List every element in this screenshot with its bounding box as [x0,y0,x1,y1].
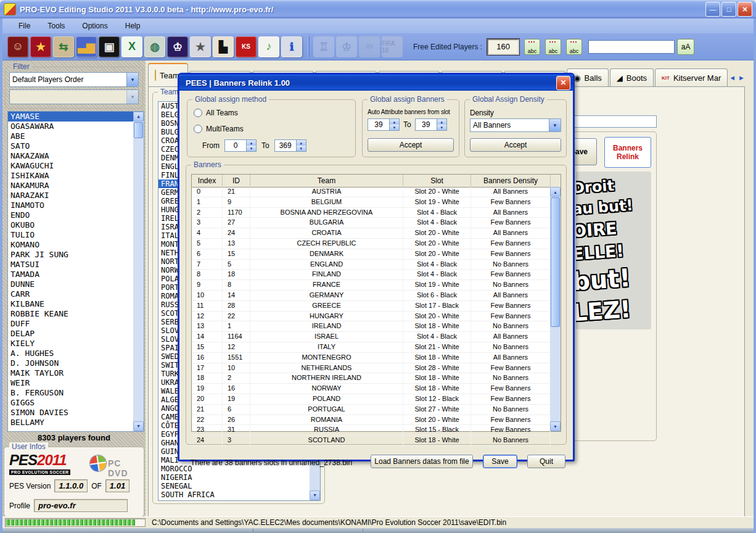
player-item[interactable]: KILBANE [8,299,144,309]
database-info-icon[interactable]: ℹ [281,36,302,57]
tab-kitserver-mar[interactable]: KITKitserver Mar [655,68,728,86]
slot-from-spinner[interactable]: 39 ▲▼ [368,118,400,131]
banner-row[interactable]: 2019POLANDSlot 12 - BlackFew Banners [192,394,551,405]
scroll-up-icon[interactable]: ▲ [550,187,561,197]
column-header[interactable]: Banners Density [471,175,551,187]
tab-scroll-right-icon[interactable]: ► [738,74,745,81]
load-banners-button[interactable]: Load Banners datas from file [371,455,473,468]
scrollbar-thumb[interactable] [551,197,560,327]
banner-row[interactable]: 161551MONTENEGROSlot 18 - WhiteAll Banne… [192,353,551,363]
banner-row[interactable]: 2331RUSSIASlot 15 - BlackFew Banners [192,425,551,436]
arsenal-crest-icon[interactable]: ★ [30,36,51,57]
spin-down-icon[interactable]: ▼ [390,125,399,130]
banner-row[interactable]: 141164ISRAELSlot 4 - BlackAll Banners [192,332,551,342]
from-spinner[interactable]: 0 ▲▼ [224,139,257,152]
spellcheck-abc-button-3[interactable]: abc [566,39,582,55]
team-item[interactable]: NIGERIA [158,473,320,482]
spin-up-icon[interactable]: ▲ [437,119,446,125]
team-item[interactable]: SOUTH AFRICA [158,490,320,499]
spin-up-icon[interactable]: ▲ [390,119,399,125]
spin-down-icon[interactable]: ▼ [297,146,306,151]
banner-row[interactable]: 513CZECH REPUBLICSlot 20 - WhiteFew Bann… [192,239,551,249]
dialog-quit-button[interactable]: Quit [527,455,565,468]
champions-ball-icon[interactable]: ★ [190,36,211,57]
player-item[interactable]: INAMOTO [8,200,144,210]
close-button[interactable]: ✕ [738,2,752,17]
banner-row[interactable]: 98FRANCESlot 19 - WhiteNo Banners [192,280,551,291]
stats-chart-icon[interactable]: ▃▆ [76,36,97,57]
player-item[interactable]: TAMADA [8,270,144,279]
spellcheck-abc-button-1[interactable]: abc [524,39,540,55]
player-item[interactable]: B. FERGUSON [8,388,144,398]
minimize-button[interactable]: — [705,2,720,17]
banner-row[interactable]: 327BULGARIASlot 4 - BlackFew Banners [192,218,551,228]
column-header[interactable]: Index [192,175,223,187]
music-note-icon[interactable]: ♪ [258,36,279,57]
player-item[interactable]: SATO [8,141,144,151]
of-version-value[interactable]: 1.01 [105,479,129,492]
excel-icon[interactable]: X [121,36,142,57]
all-teams-radio[interactable] [194,109,202,117]
banner-row[interactable]: 21170BOSNIA AND HERZEGOVINASlot 4 - Blac… [192,208,551,218]
banners-relink-button[interactable]: Banners Relink [604,137,651,168]
dialog-save-button[interactable]: Save [483,455,517,468]
player-item[interactable]: DUFF [8,319,144,329]
player-item[interactable]: NAKAZAWA [8,151,144,161]
player-order-select[interactable]: Default Players Order ▼ [9,72,139,87]
banner-row[interactable]: 216PORTUGALSlot 27 - WhiteNo Banners [192,405,551,415]
banner-row[interactable]: 615DENMARKSlot 20 - WhiteFew Banners [192,249,551,260]
spin-up-icon[interactable]: ▲ [297,140,306,146]
kitserver-icon[interactable]: KS [236,36,257,57]
menu-help[interactable]: Help [118,20,148,31]
player-item[interactable]: TULIO [8,230,144,240]
menu-options[interactable]: Options [75,20,115,31]
column-header[interactable]: ID [223,175,250,187]
banner-row[interactable]: 2226ROMANIASlot 20 - WhiteFew Banners [192,415,551,426]
multi-teams-radio[interactable] [194,125,202,133]
spin-down-icon[interactable]: ▼ [437,125,446,130]
menu-file[interactable]: File [11,20,38,31]
player-item[interactable]: KAWAGUCHI [8,161,144,171]
player-item[interactable]: KIELY [8,339,144,349]
column-header[interactable]: Slot [403,175,471,187]
player-item[interactable]: ISHIKAWA [8,171,144,181]
boot-icon[interactable]: ▙ [213,36,234,57]
scroll-down-icon[interactable]: ▼ [133,421,144,431]
spellcheck-abc-button-2[interactable]: abc [545,39,561,55]
pes-version-value[interactable]: 1.1.0.0 [54,479,88,492]
density-select[interactable]: All Banners ▼ [470,118,561,132]
banner-row[interactable]: 131IRELANDSlot 18 - WhiteNo Banners [192,321,551,332]
player-item[interactable]: MATSUI [8,260,144,270]
to-value[interactable]: 369 [275,140,296,151]
table-scrollbar[interactable]: ▲ ▼ [550,187,561,431]
player-item[interactable]: DUNNE [8,279,144,289]
density-accept-button[interactable]: Accept [470,138,561,152]
player-item[interactable]: YAMASE [8,112,144,122]
banner-row[interactable]: 1222HUNGARYSlot 20 - WhiteFew Banners [192,312,551,322]
banner-row[interactable]: 19BELGIUMSlot 19 - WhiteFew Banners [192,197,551,208]
player-item[interactable]: CARR [8,289,144,299]
player-item[interactable]: DELAP [8,329,144,339]
tab-scroll-left-icon[interactable]: ◄ [729,74,736,81]
maximize-button[interactable]: □ [721,2,736,17]
multi-teams-label[interactable]: MultiTeams [206,125,244,133]
spin-down-icon[interactable]: ▼ [247,146,256,151]
to-spinner[interactable]: 369 ▲▼ [274,139,306,152]
menu-tools[interactable]: Tools [40,20,72,31]
stadium-icon[interactable]: ◍ [144,36,165,57]
player-item[interactable]: KOMANO [8,240,144,250]
face-swap-icon[interactable]: ⇆ [53,36,74,57]
player-item[interactable]: A. HUGHES [8,349,144,358]
slot-to-value[interactable]: 39 [416,119,437,130]
banner-row[interactable]: 243SCOTLANDSlot 18 - WhiteNo Banners [192,436,551,446]
player-item[interactable]: OGASAWARA [8,122,144,131]
team-item[interactable]: SENEGAL [158,482,320,490]
column-header[interactable]: Team [250,175,403,187]
profile-value[interactable]: pro-evo.fr [34,499,128,512]
player-item[interactable]: ABE [8,131,144,141]
scrollbar-thumb[interactable] [134,122,143,138]
player-search-input[interactable] [588,40,675,54]
banner-row[interactable]: 1014GERMANYSlot 6 - BlackAll Banners [192,291,551,301]
banner-row[interactable]: 818FINLANDSlot 4 - BlackFew Banners [192,270,551,280]
from-value[interactable]: 0 [225,140,246,151]
